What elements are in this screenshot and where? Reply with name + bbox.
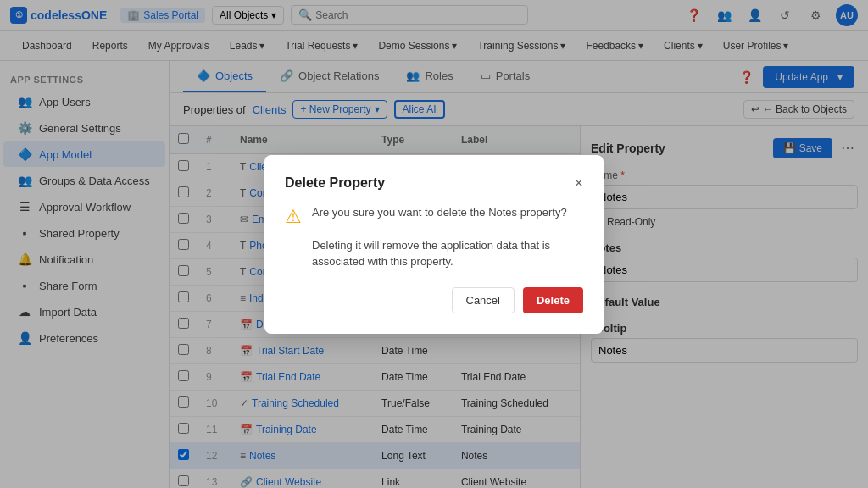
modal-overlay: Delete Property × ⚠ Are you sure you wan… xyxy=(0,0,868,488)
modal-message-part1: Are you sure you want to delete the Note… xyxy=(312,206,567,219)
modal-message-part2: Deleting it will remove the application … xyxy=(312,239,550,269)
modal-text: Are you sure you want to delete the Note… xyxy=(312,204,583,270)
delete-property-modal: Delete Property × ⚠ Are you sure you wan… xyxy=(264,155,604,334)
modal-header: Delete Property × xyxy=(285,175,583,191)
delete-button[interactable]: Delete xyxy=(523,287,583,313)
modal-close-button[interactable]: × xyxy=(574,175,583,191)
warning-icon: ⚠ xyxy=(285,206,302,228)
cancel-button[interactable]: Cancel xyxy=(452,287,515,313)
modal-title: Delete Property xyxy=(285,175,385,191)
modal-body: ⚠ Are you sure you want to delete the No… xyxy=(285,204,583,270)
modal-footer: Cancel Delete xyxy=(285,287,583,313)
